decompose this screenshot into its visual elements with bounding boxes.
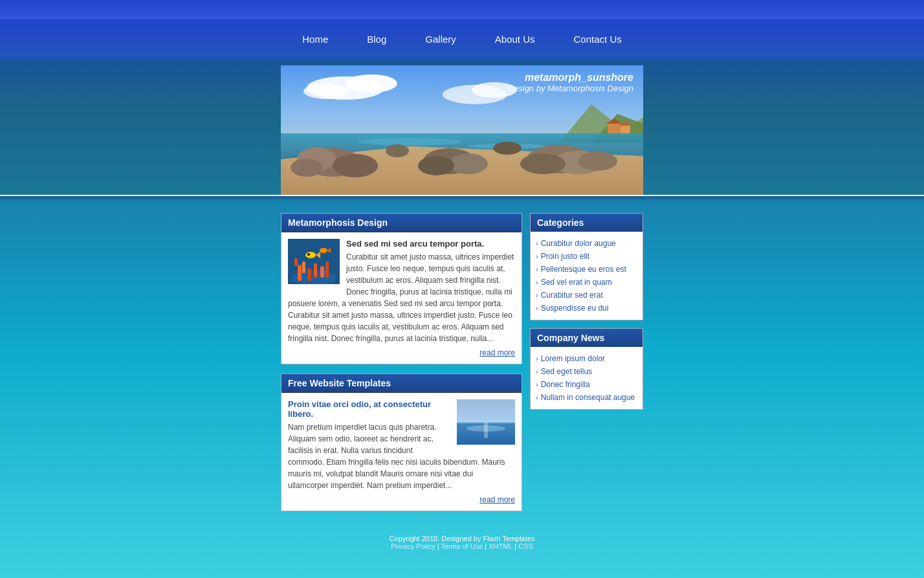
list-item: ›Curabitur sed erat xyxy=(531,289,643,302)
main-area: Metamorphosis Design xyxy=(0,200,924,524)
company-news-box: Company News ›Lorem ipsum dolor›Sed eget… xyxy=(530,328,643,410)
nav-item-about-us[interactable]: About Us xyxy=(495,34,535,45)
svg-point-41 xyxy=(320,248,327,253)
footer: Copyright 2010. Designed by Flash Templa… xyxy=(0,524,924,563)
top-bar xyxy=(0,0,924,19)
list-item: ›Curabitur dolor augue xyxy=(531,237,643,250)
arrow-icon: › xyxy=(536,239,538,247)
news-link[interactable]: Donec fringilla xyxy=(541,380,590,389)
svg-point-19 xyxy=(291,159,323,177)
arrow-icon: › xyxy=(536,265,538,273)
svg-point-18 xyxy=(333,154,378,177)
nav-item-contact-us[interactable]: Contact Us xyxy=(574,34,622,45)
categories-header: Categories xyxy=(531,214,643,232)
list-item: ›Sed vel erat in quam xyxy=(531,276,643,289)
list-item: ›Nullam in consequat augue xyxy=(531,391,643,404)
nav-item-gallery[interactable]: Gallery xyxy=(425,34,456,45)
svg-rect-10 xyxy=(621,126,630,133)
category-link[interactable]: Proin justo elit xyxy=(541,252,589,261)
article1-image xyxy=(288,239,340,284)
svg-point-21 xyxy=(449,153,488,174)
nav-item-home[interactable]: Home xyxy=(302,34,328,45)
news-link[interactable]: Nullam in consequat augue xyxy=(541,393,635,402)
news-list: ›Lorem ipsum dolor›Sed eget tellus›Donec… xyxy=(531,347,643,409)
arrow-icon: › xyxy=(536,291,538,299)
left-column: Metamorphosis Design xyxy=(281,213,522,511)
svg-point-38 xyxy=(305,252,316,258)
list-item: ›Sed eget tellus xyxy=(531,365,643,378)
svg-rect-8 xyxy=(608,124,621,133)
company-news-header: Company News xyxy=(531,329,643,347)
content-wrapper: Metamorphosis Design xyxy=(281,213,643,511)
article2-header: Free Website Templates xyxy=(281,374,522,393)
category-link[interactable]: Curabitur sed erat xyxy=(541,291,603,300)
hero-title: metamorph_sunshore xyxy=(508,72,633,83)
svg-point-13 xyxy=(358,138,462,146)
svg-rect-43 xyxy=(457,399,515,422)
svg-point-3 xyxy=(303,83,349,99)
svg-rect-37 xyxy=(325,261,329,278)
footer-link[interactable]: CSS xyxy=(518,542,533,550)
svg-point-40 xyxy=(307,253,310,256)
footer-links: Privacy Policy | Terms of Use | XHTML | … xyxy=(0,542,924,550)
list-item: ›Proin justo elit xyxy=(531,250,643,263)
footer-link[interactable]: XHTML xyxy=(489,542,512,550)
article1-read-more[interactable]: read more xyxy=(288,348,515,357)
hero-banner: metamorph_sunshore Design by Metamorphos… xyxy=(281,65,643,195)
svg-rect-32 xyxy=(294,258,298,266)
categories-box: Categories ›Curabitur dolor augue›Proin … xyxy=(530,213,643,320)
category-link[interactable]: Curabitur dolor augue xyxy=(541,239,616,248)
article1-content: Sed sed mi sed arcu tempor porta. Curabi… xyxy=(281,232,522,364)
svg-point-27 xyxy=(386,144,409,157)
right-sidebar: Categories ›Curabitur dolor augue›Proin … xyxy=(530,213,643,511)
article-box-2: Free Website Templates xyxy=(281,373,522,511)
article2-read-more[interactable]: read more xyxy=(288,495,515,504)
article2-image xyxy=(457,399,515,445)
arrow-icon: › xyxy=(536,381,538,388)
article1-header: Metamorphosis Design xyxy=(281,214,522,232)
svg-rect-47 xyxy=(457,421,515,423)
arrow-icon: › xyxy=(536,394,538,401)
hero-wrapper: metamorph_sunshore Design by Metamorphos… xyxy=(0,59,924,195)
svg-point-25 xyxy=(520,153,566,174)
nav-item-blog[interactable]: Blog xyxy=(367,34,386,45)
svg-rect-34 xyxy=(307,268,311,281)
article2-content: Proin vitae orci odio, at consectetur li… xyxy=(281,393,522,511)
list-item: ›Donec fringilla xyxy=(531,378,643,391)
svg-point-28 xyxy=(493,142,522,155)
svg-rect-31 xyxy=(298,265,302,281)
svg-rect-33 xyxy=(302,261,305,273)
news-link[interactable]: Sed eget tellus xyxy=(541,367,592,376)
footer-link[interactable]: Terms of Use xyxy=(441,542,483,550)
hero-text: metamorph_sunshore Design by Metamorphos… xyxy=(508,72,633,93)
article-box-1: Metamorphosis Design xyxy=(281,213,522,364)
list-item: ›Pellentesque eu eros est xyxy=(531,263,643,276)
arrow-icon: › xyxy=(536,368,538,375)
svg-rect-36 xyxy=(320,266,324,278)
hero-subtitle: Design by Metamorphosis Design xyxy=(508,83,633,93)
footer-link[interactable]: Privacy Policy xyxy=(391,542,435,550)
arrow-icon: › xyxy=(536,278,538,286)
main-nav: HomeBlogGalleryAbout UsContact Us xyxy=(0,19,924,59)
svg-point-22 xyxy=(418,156,454,175)
footer-copyright: Copyright 2010. Designed by Flash Templa… xyxy=(0,535,924,542)
svg-rect-35 xyxy=(314,263,317,278)
arrow-icon: › xyxy=(536,355,538,362)
category-link[interactable]: Suspendisse eu dui xyxy=(541,304,609,313)
arrow-icon: › xyxy=(536,304,538,312)
svg-point-2 xyxy=(346,74,397,93)
category-link[interactable]: Pellentesque eu eros est xyxy=(541,265,626,274)
news-link[interactable]: Lorem ipsum dolor xyxy=(541,354,605,363)
svg-point-26 xyxy=(578,151,617,171)
category-link[interactable]: Sed vel erat in quam xyxy=(541,278,612,287)
svg-rect-46 xyxy=(484,422,488,438)
arrow-icon: › xyxy=(536,252,538,260)
categories-list: ›Curabitur dolor augue›Proin justo elit›… xyxy=(531,232,643,320)
list-item: ›Lorem ipsum dolor xyxy=(531,352,643,365)
list-item: ›Suspendisse eu dui xyxy=(531,302,643,315)
